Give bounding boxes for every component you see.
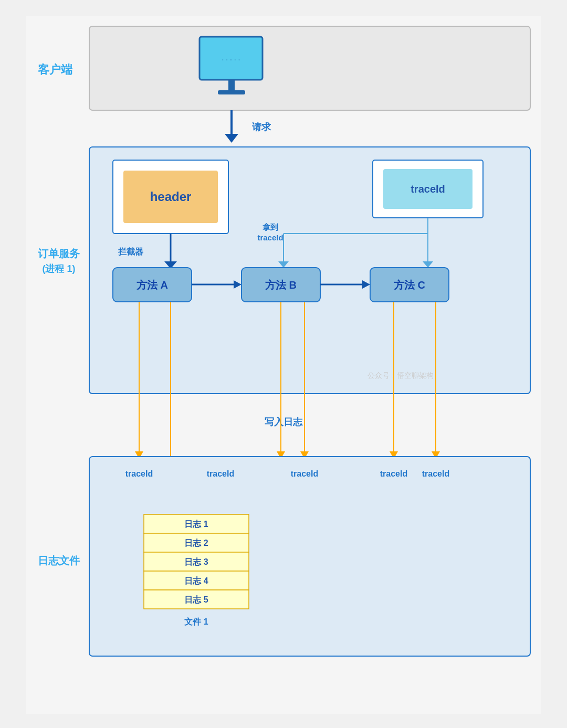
interceptor-label: 拦截器 — [118, 247, 144, 256]
get-traceid-label: 拿到 — [262, 223, 278, 231]
file-1-label: 文件 1 — [184, 617, 208, 626]
svg-text:· · · · ·: · · · · · — [222, 55, 240, 64]
svg-rect-4 — [228, 80, 235, 90]
log-3: 日志 3 — [184, 557, 208, 566]
order-service-label: 订单服务 — [38, 248, 80, 259]
traceid-log-1: traceId — [125, 469, 153, 478]
log-4: 日志 4 — [184, 576, 208, 585]
watermark: 公众号：悟空聊架构 — [368, 371, 434, 379]
order-process-label: (进程 1) — [43, 263, 76, 274]
traceid-log-2: traceId — [207, 469, 234, 478]
method-a-label: 方法 A — [136, 279, 168, 291]
traceid-log-4: traceId — [380, 469, 407, 478]
traceid-log-3: traceId — [291, 469, 318, 478]
get-traceid-label2: traceId — [257, 233, 283, 242]
traceid-log-5: traceId — [422, 469, 449, 478]
client-label: 客户端 — [38, 63, 72, 76]
log-5: 日志 5 — [184, 595, 208, 604]
request-label: 请求 — [252, 122, 271, 132]
svg-rect-5 — [218, 90, 245, 94]
traceid-box-label: traceId — [411, 183, 445, 195]
svg-rect-1 — [89, 26, 530, 110]
header-label: header — [150, 189, 192, 204]
method-c-label: 方法 C — [393, 279, 425, 291]
main-diagram: 客户端 · · · · · 请求 订单服务 (进程 1) MDC header — [26, 16, 541, 714]
log-2: 日志 2 — [184, 539, 208, 547]
log-file-label: 日志文件 — [38, 555, 80, 566]
method-b-label: 方法 B — [265, 279, 297, 291]
diagram-container: 客户端 · · · · · 请求 订单服务 (进程 1) MDC header — [26, 16, 541, 714]
log-1: 日志 1 — [184, 520, 208, 529]
write-log-label: 写入日志 — [265, 417, 303, 427]
